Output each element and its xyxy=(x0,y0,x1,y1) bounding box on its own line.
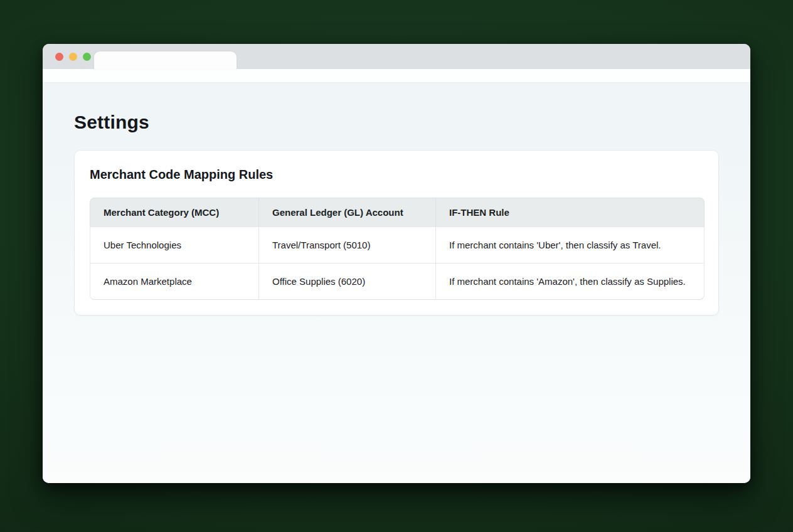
cell-gl-account: Travel/Transport (5010) xyxy=(258,226,435,263)
column-header-if-then-rule: IF-THEN Rule xyxy=(435,198,705,226)
browser-window: Settings Merchant Code Mapping Rules Mer… xyxy=(43,44,750,483)
column-header-gl-account: General Ledger (GL) Account xyxy=(258,198,435,226)
column-header-mcc: Merchant Category (MCC) xyxy=(90,198,258,226)
cell-rule: If merchant contains 'Amazon', then clas… xyxy=(435,263,705,300)
close-window-button[interactable] xyxy=(55,53,63,61)
page-title: Settings xyxy=(74,110,719,134)
cell-gl-account: Office Supplies (6020) xyxy=(258,263,435,300)
merchant-mapping-card: Merchant Code Mapping Rules Merchant Cat… xyxy=(74,150,719,316)
browser-tab[interactable] xyxy=(94,51,237,69)
cell-merchant-category: Uber Technologies xyxy=(90,226,258,263)
browser-toolbar xyxy=(43,69,750,83)
minimize-window-button[interactable] xyxy=(69,53,77,61)
table-row: Uber Technologies Travel/Transport (5010… xyxy=(90,226,705,263)
zoom-window-button[interactable] xyxy=(83,53,91,61)
cell-rule: If merchant contains 'Uber', then classi… xyxy=(435,226,705,263)
merchant-mapping-table: Merchant Category (MCC) General Ledger (… xyxy=(90,198,705,300)
settings-page: Settings Merchant Code Mapping Rules Mer… xyxy=(43,83,750,483)
table-row: Amazon Marketplace Office Supplies (6020… xyxy=(90,263,705,300)
cell-merchant-category: Amazon Marketplace xyxy=(90,263,258,300)
browser-titlebar[interactable] xyxy=(43,44,750,69)
desktop-background: Settings Merchant Code Mapping Rules Mer… xyxy=(0,0,793,532)
table-header-row: Merchant Category (MCC) General Ledger (… xyxy=(90,198,705,226)
window-controls xyxy=(55,44,91,69)
card-title: Merchant Code Mapping Rules xyxy=(90,167,703,182)
